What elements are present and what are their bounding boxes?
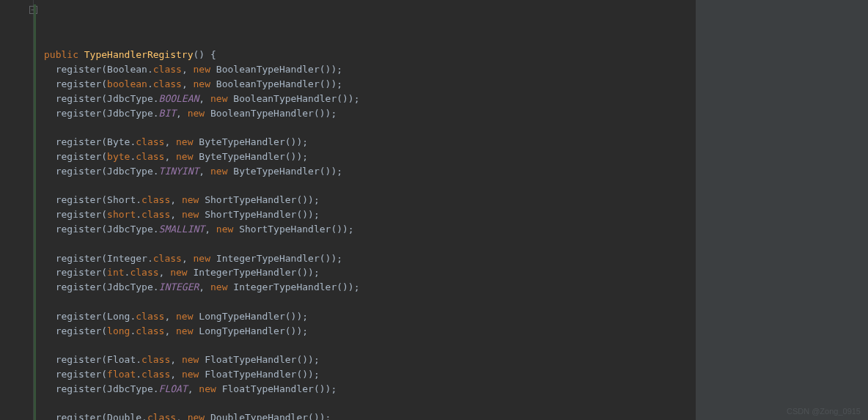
code-line[interactable]: register(JdbcType.BIT, new BooleanTypeHa…	[34, 106, 696, 121]
code-line[interactable]: register(Double.class, new DoubleTypeHan…	[34, 410, 696, 420]
code-line[interactable]: register(JdbcType.BOOLEAN, new BooleanTy…	[34, 92, 696, 106]
side-panel	[696, 0, 868, 420]
code-line[interactable]: register(JdbcType.INTEGER, new IntegerTy…	[34, 280, 696, 295]
code-line[interactable]	[34, 237, 696, 251]
code-line[interactable]: register(long.class, new LongTypeHandler…	[34, 324, 696, 339]
code-line[interactable]: register(float.class, new FloatTypeHandl…	[34, 367, 696, 382]
code-line[interactable]	[34, 338, 696, 353]
code-line[interactable]: public TypeHandlerRegistry() {	[34, 48, 696, 62]
code-editor[interactable]: public TypeHandlerRegistry() { register(…	[0, 0, 696, 420]
code-line[interactable]: register(byte.class, new ByteTypeHandler…	[34, 150, 696, 164]
code-line[interactable]: register(short.class, new ShortTypeHandl…	[34, 207, 696, 222]
code-line[interactable]	[34, 295, 696, 309]
code-line[interactable]: register(Float.class, new FloatTypeHandl…	[34, 353, 696, 367]
code-line[interactable]: register(Long.class, new LongTypeHandler…	[34, 309, 696, 324]
code-area[interactable]: public TypeHandlerRegistry() { register(…	[34, 0, 696, 420]
code-line[interactable]: register(boolean.class, new BooleanTypeH…	[34, 77, 696, 92]
code-line[interactable]	[34, 179, 696, 194]
code-line[interactable]: register(JdbcType.SMALLINT, new ShortTyp…	[34, 222, 696, 237]
code-line[interactable]	[34, 120, 696, 135]
code-line[interactable]: register(int.class, new IntegerTypeHandl…	[34, 265, 696, 280]
code-line[interactable]	[34, 397, 696, 411]
gutter	[0, 0, 34, 420]
code-line[interactable]: register(Boolean.class, new BooleanTypeH…	[34, 62, 696, 77]
code-line[interactable]: register(JdbcType.FLOAT, new FloatTypeHa…	[34, 382, 696, 397]
vcs-change-bar	[34, 4, 36, 420]
code-line[interactable]: register(Short.class, new ShortTypeHandl…	[34, 193, 696, 207]
code-line[interactable]: register(Integer.class, new IntegerTypeH…	[34, 251, 696, 266]
code-line[interactable]: register(Byte.class, new ByteTypeHandler…	[34, 135, 696, 150]
watermark-text: CSDN @Zong_0915	[787, 407, 861, 416]
code-line[interactable]: register(JdbcType.TINYINT, new ByteTypeH…	[34, 164, 696, 179]
